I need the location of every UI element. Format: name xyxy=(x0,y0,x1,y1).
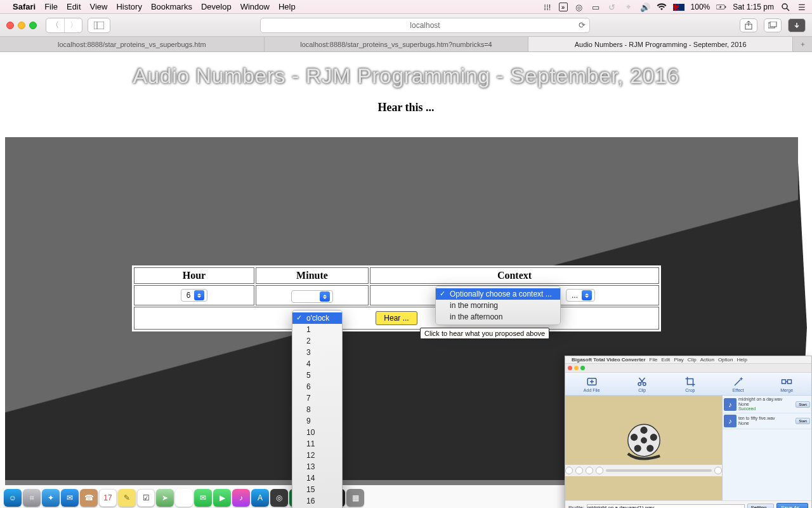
minute-option[interactable]: o'clock xyxy=(292,312,342,324)
battery-icon[interactable] xyxy=(716,2,726,12)
ext-menu[interactable]: Action xyxy=(700,357,714,363)
menu-window[interactable]: Window xyxy=(240,2,270,11)
minute-option[interactable]: 9 xyxy=(292,415,342,427)
ext-tool-effect[interactable]: Effect xyxy=(733,376,744,392)
ext-menu[interactable]: File xyxy=(650,357,658,363)
minute-select[interactable] xyxy=(291,290,333,303)
seek-bar[interactable] xyxy=(606,469,712,472)
menu-history[interactable]: History xyxy=(116,2,141,11)
minute-option[interactable]: 1 xyxy=(292,324,342,335)
notification-center-icon[interactable]: ☰ xyxy=(797,2,807,12)
dock-preview-icon[interactable]: ◎ xyxy=(270,489,288,507)
stop-icon[interactable] xyxy=(575,467,583,474)
minute-option[interactable]: 16 xyxy=(292,495,342,507)
battery-percent[interactable]: 100% xyxy=(691,3,710,11)
tab-1[interactable]: localhost:8888/star_proteins_vs_superbug… xyxy=(265,37,529,51)
context-option[interactable]: Optionally choose a context ... xyxy=(436,288,560,300)
prev-icon[interactable] xyxy=(586,467,593,474)
ext-menu[interactable]: Help xyxy=(737,357,747,363)
play-icon[interactable] xyxy=(565,467,573,474)
next-icon[interactable] xyxy=(596,467,603,474)
start-btn[interactable]: Start xyxy=(796,418,810,424)
snap-icon[interactable] xyxy=(714,467,722,474)
downloads-button[interactable] xyxy=(788,18,806,32)
target-icon[interactable]: ◎ xyxy=(574,2,584,12)
minute-option[interactable]: 3 xyxy=(292,347,342,358)
share-button[interactable] xyxy=(740,18,757,32)
ext-tool-clip[interactable]: Clip xyxy=(636,376,648,392)
wifi-icon[interactable] xyxy=(657,2,667,12)
minute-option[interactable]: 5 xyxy=(292,370,342,381)
dock-reminders-icon[interactable]: ☑ xyxy=(137,489,155,507)
hear-button[interactable]: Hear ... xyxy=(376,311,417,325)
minute-option[interactable]: 15 xyxy=(292,484,342,495)
context-option[interactable]: in the afternoon xyxy=(436,311,560,323)
ext-menu[interactable]: Option xyxy=(718,357,733,363)
flag-icon[interactable] xyxy=(673,4,684,11)
minute-option[interactable]: 12 xyxy=(292,450,342,461)
ext-menu[interactable]: Play xyxy=(674,357,684,363)
clock[interactable]: Sat 1:15 pm xyxy=(733,3,774,11)
list-item[interactable]: ♪ midnight on a day.wavNoneSucceed Start xyxy=(723,396,811,413)
dock-messages-icon[interactable]: ✉ xyxy=(194,489,212,507)
video-converter-window[interactable]: Bigasoft Total Video Converter File Edit… xyxy=(565,356,812,508)
minute-option[interactable]: 13 xyxy=(292,461,342,472)
minute-option[interactable]: 4 xyxy=(292,358,342,370)
start-btn[interactable]: Start xyxy=(796,401,810,408)
dock-photos-icon[interactable]: ✿ xyxy=(175,489,193,507)
dock-app-icon[interactable]: ▦ xyxy=(346,489,364,507)
window-zoom-button[interactable] xyxy=(29,22,37,29)
menu-edit[interactable]: Edit xyxy=(67,2,81,11)
ext-close-icon[interactable] xyxy=(568,366,572,370)
dock-maps-icon[interactable]: ➤ xyxy=(156,489,174,507)
ext-min-icon[interactable] xyxy=(574,366,579,370)
dock-itunes-icon[interactable]: ♪ xyxy=(232,489,250,507)
minute-option[interactable]: 14 xyxy=(292,472,342,484)
tab-0[interactable]: localhost:8888/star_proteins_vs_superbug… xyxy=(0,37,265,51)
setting-button[interactable]: Setting... xyxy=(747,504,774,508)
save-as-button[interactable]: Save As... xyxy=(776,503,808,508)
airplay-icon[interactable]: ▭ xyxy=(591,2,601,12)
ext-tool-crop[interactable]: Crop xyxy=(684,376,696,392)
bluetooth-icon[interactable]: ⌖ xyxy=(624,2,634,12)
tab-2-active[interactable]: Audio Numbers - RJM Programming - Septem… xyxy=(528,37,793,51)
ext-tool-add[interactable]: Add File xyxy=(584,376,600,392)
reload-icon[interactable]: ⟳ xyxy=(579,20,586,30)
address-bar[interactable]: localhost ⟳ xyxy=(260,18,590,33)
minute-option[interactable]: 10 xyxy=(292,427,342,438)
context-option[interactable]: in the morning xyxy=(436,300,560,311)
ext-menu[interactable]: Edit xyxy=(662,357,671,363)
forward-button[interactable]: 〉 xyxy=(64,18,82,32)
ext-tool-merge[interactable]: Merge xyxy=(780,376,793,392)
ext-menu[interactable]: Clip xyxy=(688,357,697,363)
hour-select[interactable]: 6 xyxy=(181,289,208,302)
dock-appstore-icon[interactable]: A xyxy=(251,489,269,507)
sidebar-button[interactable] xyxy=(88,18,110,33)
dock-finder-icon[interactable]: ☺ xyxy=(4,489,22,507)
spotlight-icon[interactable] xyxy=(780,2,790,12)
dock-safari-icon[interactable]: ✦ xyxy=(42,489,60,507)
dock-mail-icon[interactable]: ✉ xyxy=(61,489,79,507)
menu-bookmarks[interactable]: Bookmarks xyxy=(151,2,192,11)
menu-file[interactable]: File xyxy=(44,2,58,11)
tabs-button[interactable] xyxy=(764,18,782,32)
menu-develop[interactable]: Develop xyxy=(201,2,232,11)
minute-option[interactable]: 7 xyxy=(292,392,342,404)
minute-option[interactable]: 2 xyxy=(292,335,342,347)
minute-option[interactable]: 11 xyxy=(292,438,342,450)
new-tab-button[interactable]: ＋ xyxy=(793,37,812,51)
menu-view[interactable]: View xyxy=(90,2,108,11)
window-minimize-button[interactable] xyxy=(18,22,25,29)
volume-icon[interactable]: 🔊 xyxy=(640,2,650,12)
window-close-button[interactable] xyxy=(6,22,14,29)
app-name[interactable]: Safari xyxy=(13,2,36,11)
minute-dropdown[interactable]: o'clock 1 2 3 4 5 6 7 8 9 10 11 12 13 14… xyxy=(292,310,343,508)
dock-contacts-icon[interactable]: ☎ xyxy=(80,489,98,507)
context-select[interactable]: ... xyxy=(566,289,595,302)
menu-help[interactable]: Help xyxy=(278,2,296,11)
list-item[interactable]: ♪ ten to fifty five.wavNone Start xyxy=(723,413,811,429)
ext-zoom-icon[interactable] xyxy=(580,366,585,370)
timemachine-icon[interactable]: ↺ xyxy=(607,2,617,12)
profile-input[interactable] xyxy=(587,504,745,509)
back-button[interactable]: 〈 xyxy=(46,18,64,32)
